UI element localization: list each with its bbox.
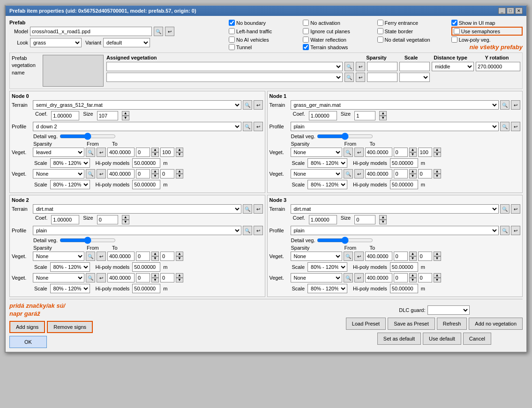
node2-veget2-to-down[interactable]: ▼	[176, 278, 183, 282]
node3-veget2-search[interactable]: 🔍	[344, 273, 353, 282]
node2-veget1-select[interactable]: None	[33, 252, 84, 261]
node3-veget1-reset[interactable]: ↩	[354, 252, 364, 261]
node0-profile-select[interactable]: d down 2	[33, 122, 241, 131]
node0-veget1-to-up[interactable]: ▲	[176, 148, 183, 152]
node2-veget2-to[interactable]	[160, 273, 174, 282]
node2-scale2-select[interactable]: 80% - 120%	[50, 284, 90, 293]
node0-terrain-select[interactable]: semi_dry_grass_512_far.mat	[33, 100, 241, 110]
load-preset-button[interactable]: Load Preset	[346, 318, 386, 330]
node0-veget1-reset[interactable]: ↩	[97, 148, 106, 157]
node2-profile-select[interactable]: plain	[33, 226, 241, 235]
node0-veget1-from-down[interactable]: ▼	[151, 152, 159, 157]
node0-terrain-reset[interactable]: ↩	[254, 100, 263, 110]
node0-veget1-from-up[interactable]: ▲	[151, 148, 159, 152]
node2-veget2-from[interactable]	[136, 273, 150, 282]
node1-terrain-reset[interactable]: ↩	[511, 100, 520, 110]
node1-size-down[interactable]: ▼	[379, 116, 387, 120]
node2-profile-reset[interactable]: ↩	[254, 226, 263, 235]
node3-veget2-from[interactable]	[394, 273, 408, 282]
ferry-entrance-checkbox[interactable]: Ferry entrance	[377, 20, 449, 26]
node0-size-down[interactable]: ▼	[122, 116, 129, 120]
ok-button[interactable]: OK	[9, 336, 47, 348]
node0-veget2-from-up[interactable]: ▲	[151, 169, 159, 174]
node0-hipoly2-input[interactable]	[132, 180, 160, 189]
node3-profile-select[interactable]: plain	[291, 226, 499, 235]
node2-terrain-select[interactable]: dirt.mat	[33, 204, 241, 214]
add-no-vegetation-button[interactable]: Add no vegetation	[469, 318, 523, 330]
add-signs-button[interactable]: Add signs	[9, 321, 45, 333]
node2-veget1-sparsity[interactable]	[107, 252, 135, 261]
node2-veget1-to-down[interactable]: ▼	[176, 256, 183, 261]
node2-veget1-from-down[interactable]: ▼	[151, 256, 159, 261]
node0-veget1-from[interactable]	[136, 148, 150, 157]
node1-veget2-reset[interactable]: ↩	[354, 169, 364, 178]
node2-veget2-select[interactable]: None	[33, 273, 84, 282]
node0-veget2-select[interactable]: None	[33, 169, 84, 178]
node2-size-up[interactable]: ▲	[122, 215, 129, 220]
node1-scale1-select[interactable]: 80% - 120%	[307, 158, 347, 168]
node3-profile-reset[interactable]: ↩	[511, 226, 520, 235]
node3-veget2-sparsity[interactable]	[365, 273, 392, 282]
node2-coef-input[interactable]	[51, 215, 79, 224]
node1-veget1-from[interactable]	[394, 148, 408, 157]
veg1-search-button[interactable]: 🔍	[345, 62, 354, 71]
node1-veget1-reset[interactable]: ↩	[354, 148, 364, 157]
node1-detail-veg-slider[interactable]	[317, 133, 373, 140]
node3-veget2-to-down[interactable]: ▼	[434, 278, 441, 282]
node2-veget1-from[interactable]	[136, 252, 150, 261]
node3-veget1-search[interactable]: 🔍	[344, 252, 353, 261]
node2-veget2-search[interactable]: 🔍	[86, 273, 95, 282]
node3-veget2-reset[interactable]: ↩	[354, 273, 364, 282]
node0-hipoly1-input[interactable]	[132, 158, 160, 168]
node2-veget1-from-up[interactable]: ▲	[151, 252, 159, 256]
node2-detail-veg-slider[interactable]	[60, 237, 116, 244]
node2-veget2-from-down[interactable]: ▼	[151, 278, 159, 282]
close-button[interactable]: ✕	[515, 7, 523, 14]
node2-terrain-reset[interactable]: ↩	[254, 204, 263, 214]
cancel-button[interactable]: Cancel	[463, 333, 491, 345]
node3-veget1-to-down[interactable]: ▼	[434, 256, 441, 261]
node1-size-up[interactable]: ▲	[379, 111, 387, 116]
maximize-button[interactable]: □	[507, 7, 514, 14]
node0-veget1-search[interactable]: 🔍	[86, 148, 95, 157]
node1-profile-reset[interactable]: ↩	[511, 122, 520, 131]
node1-scale2-select[interactable]: 80% - 120%	[307, 180, 347, 189]
node2-veget1-to-up[interactable]: ▲	[176, 252, 183, 256]
veg1-reset-button[interactable]: ↩	[356, 62, 365, 71]
node2-veget1-search[interactable]: 🔍	[86, 252, 95, 261]
node0-size-input[interactable]	[97, 111, 118, 120]
veg2-search-button[interactable]: 🔍	[345, 73, 354, 82]
node3-terrain-select[interactable]: dirt.mat	[291, 204, 499, 214]
node2-size-down[interactable]: ▼	[122, 220, 129, 224]
node1-hipoly1-input[interactable]	[390, 158, 418, 168]
no-activation-checkbox[interactable]: No activation	[303, 20, 374, 26]
distance-type-select[interactable]: middle	[432, 62, 474, 71]
node2-profile-search[interactable]: 🔍	[243, 226, 252, 235]
assigned-veg-select-2[interactable]	[106, 73, 343, 82]
node1-size-input[interactable]	[354, 111, 375, 120]
node2-hipoly1-input[interactable]	[132, 262, 160, 272]
node0-detail-veg-slider[interactable]	[60, 133, 116, 140]
node0-profile-reset[interactable]: ↩	[254, 122, 263, 131]
node1-veget1-from-up[interactable]: ▲	[409, 148, 417, 152]
node1-veget2-from[interactable]	[394, 169, 408, 178]
veg2-reset-button[interactable]: ↩	[356, 73, 365, 82]
save-as-preset-button[interactable]: Save as Preset	[388, 318, 435, 330]
node0-veget1-to-down[interactable]: ▼	[176, 152, 183, 157]
refresh-button[interactable]: Refresh	[437, 318, 467, 330]
use-semaphores-checkbox[interactable]: Use semaphores	[451, 27, 523, 36]
node3-size-up[interactable]: ▲	[379, 215, 387, 220]
node1-veget2-to-up[interactable]: ▲	[434, 169, 441, 174]
node0-veget2-sparsity[interactable]	[107, 169, 135, 178]
node1-veget1-search[interactable]: 🔍	[344, 148, 353, 157]
node0-scale1-select[interactable]: 80% - 120%	[50, 158, 90, 168]
node0-veget1-select[interactable]: leaved	[33, 148, 84, 157]
show-in-ui-map-checkbox[interactable]: Show in UI map	[451, 20, 523, 26]
node0-veget2-to-down[interactable]: ▼	[176, 174, 183, 178]
variant-select[interactable]: default	[103, 38, 150, 47]
node3-veget2-to-up[interactable]: ▲	[434, 273, 441, 278]
node1-coef-input[interactable]	[309, 111, 337, 120]
node0-veget2-from-down[interactable]: ▼	[151, 174, 159, 178]
low-poly-veg-checkbox[interactable]: Low-poly veg.	[451, 37, 523, 43]
node3-veget1-sparsity[interactable]	[365, 252, 392, 261]
